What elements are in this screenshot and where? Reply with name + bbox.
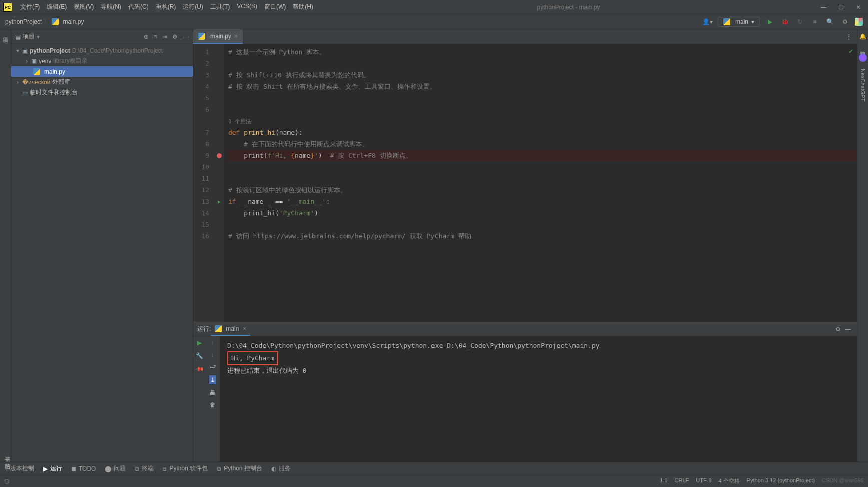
menu-help[interactable]: 帮助(H) — [290, 2, 316, 12]
close-button[interactable]: ✕ — [856, 4, 861, 11]
debug-button[interactable]: 🐞 — [780, 17, 790, 27]
line-number[interactable]: 15 — [193, 219, 214, 230]
code-content[interactable]: # 这是一个示例 Python 脚本。 # 按 Shift+F10 执行或将其替… — [224, 44, 857, 322]
maximize-button[interactable]: ☐ — [838, 4, 844, 11]
code-editor[interactable]: 1 2 3 4 5 6 7 8 9 10 11 12 13 14 15 16 — [193, 44, 857, 322]
account-dropdown[interactable]: 👤▾ — [702, 18, 713, 25]
scroll-to-end-icon[interactable]: ⤓ — [209, 375, 216, 384]
run-gutter-icon[interactable]: ▶ — [218, 199, 221, 204]
tree-external-libs[interactable]: › �ической 外部库 — [11, 77, 193, 87]
marker-gutter[interactable]: ▶ — [214, 44, 224, 322]
terminal-tool-tab[interactable]: ⧉终端 — [135, 464, 154, 473]
expand-all-icon[interactable]: ≡ — [154, 33, 157, 40]
tree-venv[interactable]: › ▣ venv library根目录 — [11, 56, 193, 66]
down-icon[interactable]: ↓ — [211, 351, 214, 358]
settings-icon[interactable]: ⚙ — [840, 17, 850, 27]
menu-file[interactable]: 文件(F) — [17, 2, 43, 12]
console-output[interactable]: D:\04_Code\Python\pythonProject\venv\Scr… — [220, 336, 857, 462]
menu-refactor[interactable]: 重构(R) — [153, 2, 179, 12]
line-number[interactable]: 3 — [193, 69, 214, 81]
minimize-button[interactable]: — — [820, 4, 826, 11]
editor-tab-main[interactable]: main.py × — [193, 29, 243, 44]
project-panel-title[interactable]: 项目 — [23, 32, 35, 41]
line-number[interactable]: 7 — [193, 127, 214, 138]
stop-button[interactable]: ■ — [810, 17, 820, 27]
tree-main-file[interactable]: main.py — [11, 66, 193, 77]
line-number-gutter[interactable]: 1 2 3 4 5 6 7 8 9 10 11 12 13 14 15 16 — [193, 44, 214, 322]
close-run-tab-icon[interactable]: × — [243, 325, 246, 332]
menu-vcs[interactable]: VCS(S) — [234, 2, 260, 12]
rerun-button[interactable]: ▶ — [197, 339, 202, 346]
pin-tab-icon[interactable]: 📌 — [194, 364, 205, 374]
run-configuration-selector[interactable]: main ▾ — [718, 17, 760, 27]
breakpoint-icon[interactable] — [217, 153, 222, 158]
line-number[interactable]: 16 — [193, 230, 214, 242]
chat-icon[interactable] — [859, 54, 867, 62]
status-caret-position[interactable]: 1:1 — [660, 477, 667, 485]
menu-navigate[interactable]: 导航(N) — [98, 2, 124, 12]
line-number[interactable]: 6 — [193, 104, 214, 115]
breadcrumb-file[interactable]: main.py — [63, 18, 84, 25]
line-number[interactable]: 5 — [193, 92, 214, 104]
status-encoding[interactable]: UTF-8 — [696, 477, 711, 485]
chat-tab[interactable]: NexChatGPT — [860, 69, 866, 101]
packages-tool-tab[interactable]: ⧈Python 软件包 — [163, 464, 208, 473]
chevron-right-icon[interactable]: › — [15, 79, 20, 86]
collapse-all-icon[interactable]: ⇥ — [162, 33, 167, 40]
chevron-down-icon[interactable]: ▾ — [37, 33, 40, 40]
select-opened-file-icon[interactable]: ⊕ — [144, 33, 149, 40]
hide-panel-icon[interactable]: — — [183, 33, 189, 40]
menu-edit[interactable]: 编辑(E) — [44, 2, 70, 12]
line-number[interactable]: 9 — [193, 150, 214, 161]
line-number[interactable]: 1 — [193, 46, 214, 58]
line-number[interactable]: 8 — [193, 138, 214, 150]
status-line-separator[interactable]: CRLF — [675, 477, 689, 485]
run-with-coverage-button[interactable]: ↻ — [795, 17, 805, 27]
tree-scratches[interactable]: ▭ 临时文件和控制台 — [11, 87, 193, 98]
line-number[interactable]: 10 — [193, 161, 214, 173]
line-number[interactable]: 11 — [193, 173, 214, 184]
python-console-tool-tab[interactable]: ⧉Python 控制台 — [217, 464, 262, 473]
close-tab-icon[interactable]: × — [234, 33, 238, 40]
panel-settings-icon[interactable]: ⚙ — [172, 33, 178, 40]
notifications-icon[interactable]: 🔔 — [859, 33, 866, 40]
line-number[interactable]: 13 — [193, 196, 214, 207]
menu-code[interactable]: 代码(C) — [125, 2, 152, 12]
status-indent[interactable]: 4 个空格 — [719, 477, 740, 485]
todo-tool-tab[interactable]: ≣TODO — [71, 465, 96, 472]
clear-all-icon[interactable]: 🗑 — [210, 401, 216, 408]
editor-tab-menu[interactable]: ⋮ — [841, 33, 857, 40]
line-number[interactable]: 14 — [193, 207, 214, 219]
menu-run[interactable]: 运行(U) — [180, 2, 206, 12]
project-tree[interactable]: ▾ ▣ pythonProject D:\04_Code\Python\pyth… — [11, 44, 193, 462]
code-with-me-icon[interactable] — [855, 18, 863, 26]
analysis-ok-icon[interactable]: ✔ — [849, 47, 853, 55]
line-number[interactable]: 4 — [193, 81, 214, 92]
up-icon[interactable]: ↑ — [211, 339, 214, 346]
line-number[interactable] — [193, 115, 214, 127]
print-icon[interactable]: 🖶 — [210, 389, 216, 396]
hide-run-panel-icon[interactable]: — — [843, 324, 853, 334]
line-number[interactable]: 12 — [193, 184, 214, 196]
services-tool-tab[interactable]: ◐服务 — [271, 464, 291, 473]
line-number[interactable]: 2 — [193, 58, 214, 69]
problems-tool-tab[interactable]: ⬤问题 — [105, 464, 126, 473]
chevron-right-icon[interactable]: › — [24, 58, 29, 65]
run-button[interactable]: ▶ — [765, 17, 775, 27]
vcs-tool-tab[interactable]: ᛋ版本控制 — [4, 464, 34, 473]
search-icon[interactable]: 🔍 — [825, 17, 835, 27]
soft-wrap-icon[interactable]: ⮐ — [210, 363, 216, 370]
modify-run-config-icon[interactable]: 🔧 — [196, 352, 203, 359]
run-panel-tab[interactable]: main × — [211, 322, 250, 336]
menu-window[interactable]: 窗口(W) — [261, 2, 289, 12]
status-interpreter[interactable]: Python 3.12 (pythonProject) — [747, 477, 815, 485]
status-tool-window-icon[interactable]: ▢ — [4, 478, 9, 484]
run-panel-settings-icon[interactable]: ⚙ — [833, 324, 843, 334]
breadcrumb-project[interactable]: pythonProject — [5, 18, 42, 25]
menu-view[interactable]: 视图(V) — [71, 2, 97, 12]
usage-hint[interactable]: 1 个用法 — [228, 118, 251, 125]
menu-tools[interactable]: 工具(T) — [207, 2, 233, 12]
run-tool-tab[interactable]: ▶运行 — [43, 464, 62, 473]
chevron-down-icon[interactable]: ▾ — [15, 47, 20, 54]
tree-project-root[interactable]: ▾ ▣ pythonProject D:\04_Code\Python\pyth… — [11, 45, 193, 56]
